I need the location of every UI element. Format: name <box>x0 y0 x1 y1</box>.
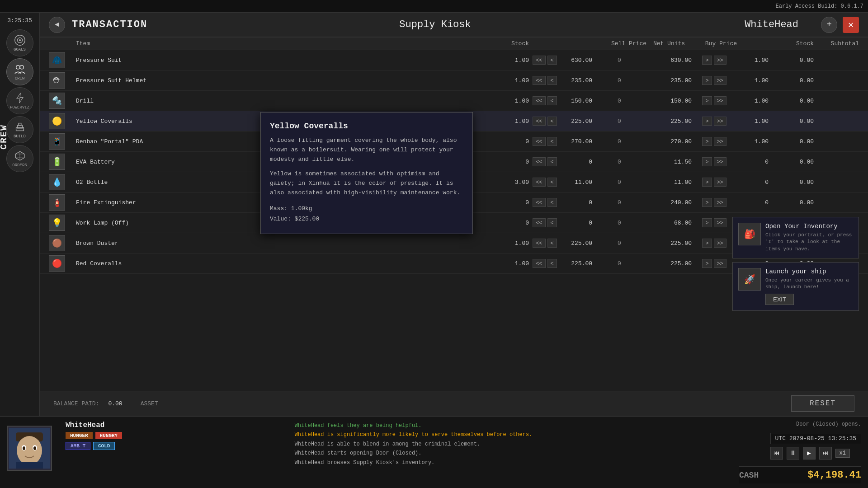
sell-price: 0 <box>561 199 592 206</box>
exit-button[interactable]: EXIT <box>765 294 794 305</box>
sell-dec[interactable]: < <box>547 76 557 85</box>
subtotal: 0.00 <box>769 118 814 125</box>
stock-buy: 1.00 <box>737 98 769 104</box>
stock-sell: 0 <box>484 220 529 226</box>
buy-price: 225.00 <box>646 240 692 247</box>
sell-dec[interactable]: < <box>547 117 557 126</box>
msg-3: WhiteHead is able to blend in among the … <box>295 440 726 449</box>
sidebar-item-goals[interactable]: GOALS <box>6 29 33 56</box>
fast-forward-button[interactable]: ⏭ <box>819 447 832 460</box>
sell-dec-double[interactable]: << <box>533 56 545 65</box>
sell-dec-double[interactable]: << <box>533 117 545 126</box>
sell-decrease-group: << < <box>529 117 561 126</box>
item-icon: 🟤 <box>49 235 65 251</box>
sell-dec[interactable]: < <box>547 137 557 146</box>
sidebar-item-crew[interactable]: CREW <box>6 58 33 85</box>
utc-display: UTC 2079-08-25 13:25:35 <box>770 433 861 444</box>
buy-inc[interactable]: > <box>702 218 712 227</box>
buy-inc[interactable]: > <box>702 259 712 268</box>
buy-increase-group: > >> <box>692 218 737 227</box>
sell-dec[interactable]: < <box>547 198 557 207</box>
table-row[interactable]: 🧥 Pressure Suit 1.00 << < 630.00 0 630.0… <box>40 50 868 70</box>
buy-inc[interactable]: > <box>702 56 712 65</box>
buy-inc-double[interactable]: >> <box>714 56 726 65</box>
sell-dec-double[interactable]: << <box>533 137 545 146</box>
sell-dec-double[interactable]: << <box>533 96 545 105</box>
msg-5: WhiteHead browses Supply Kiosk's invento… <box>295 458 726 467</box>
play-prev-button[interactable]: ⏮ <box>770 447 783 460</box>
stock-buy: 1.00 <box>737 118 769 125</box>
sell-dec[interactable]: < <box>547 96 557 105</box>
sell-dec[interactable]: < <box>547 218 557 227</box>
close-button[interactable]: ✕ <box>843 17 859 33</box>
sell-decrease-group: << < <box>529 259 561 268</box>
panel-title: TRANSACTION <box>72 19 254 30</box>
add-button[interactable]: + <box>821 17 837 33</box>
sell-dec[interactable]: < <box>547 239 557 248</box>
buy-inc[interactable]: > <box>702 76 712 85</box>
buy-inc-double[interactable]: >> <box>714 96 726 105</box>
buy-inc-double[interactable]: >> <box>714 157 726 166</box>
sell-dec[interactable]: < <box>547 157 557 166</box>
net-units: 0 <box>592 98 646 104</box>
reset-button[interactable]: RESET <box>791 395 854 412</box>
subtotal: 0.00 <box>769 199 814 206</box>
play-button[interactable]: ▶ <box>803 447 816 460</box>
sell-dec-double[interactable]: << <box>533 178 545 187</box>
tooltip-desc1: A loose fitting garment covering the who… <box>270 136 463 164</box>
buy-inc-double[interactable]: >> <box>714 178 726 187</box>
buy-price: 240.00 <box>646 199 692 206</box>
sell-price: 235.00 <box>561 77 592 84</box>
buy-inc[interactable]: > <box>702 239 712 248</box>
buy-inc[interactable]: > <box>702 198 712 207</box>
col-stock-buy: Stock <box>769 40 814 47</box>
buy-inc-double[interactable]: >> <box>714 198 726 207</box>
table-row[interactable]: ⛑ Pressure Suit Helmet 1.00 << < 235.00 … <box>40 70 868 91</box>
sell-dec-double[interactable]: << <box>533 198 545 207</box>
buy-inc-double[interactable]: >> <box>714 137 726 146</box>
sell-dec-double[interactable]: << <box>533 259 545 268</box>
buy-increase-group: > >> <box>692 96 737 105</box>
buy-inc[interactable]: > <box>702 137 712 146</box>
col-arrow1 <box>529 40 561 47</box>
net-units: 0 <box>592 138 646 145</box>
tooltip-stats: Mass: 1.00kg Value: $225.00 <box>270 203 463 225</box>
buy-inc[interactable]: > <box>702 157 712 166</box>
stock-buy: 0 <box>737 199 769 206</box>
character-portrait[interactable] <box>7 426 52 471</box>
buy-inc-double[interactable]: >> <box>714 239 726 248</box>
hint-inventory-body: Click your portrait, or press 'I' to tak… <box>765 232 853 253</box>
bottom-bar: WhiteHead HUNGER HUNGRY AMB T COLD White… <box>0 416 868 488</box>
tooltip-popup: Yellow Coveralls A loose fitting garment… <box>260 112 473 234</box>
stock-sell: 0 <box>484 138 529 145</box>
buy-inc-double[interactable]: >> <box>714 259 726 268</box>
svg-point-15 <box>33 446 36 450</box>
back-button[interactable]: ◄ <box>49 17 65 33</box>
buy-inc-double[interactable]: >> <box>714 218 726 227</box>
sidebar-item-powerviz[interactable]: POWERVIZ <box>6 87 33 114</box>
sell-dec[interactable]: < <box>547 178 557 187</box>
buy-price: 630.00 <box>646 57 692 64</box>
sell-dec-double[interactable]: << <box>533 218 545 227</box>
sidebar-item-orders[interactable]: ORDERS <box>6 145 33 172</box>
buy-inc-double[interactable]: >> <box>714 76 726 85</box>
sell-decrease-group: << < <box>529 157 561 166</box>
sell-dec-double[interactable]: << <box>533 157 545 166</box>
right-status: Door (Closed) opens. UTC 2079-08-25 13:2… <box>732 417 868 488</box>
sell-dec[interactable]: < <box>547 259 557 268</box>
buy-inc[interactable]: > <box>702 96 712 105</box>
tooltip-desc2: Yellow is sometimes associated with opti… <box>270 169 463 197</box>
svg-point-14 <box>23 446 25 450</box>
sidebar-item-build[interactable]: BUILD <box>6 116 33 143</box>
sell-dec-double[interactable]: << <box>533 239 545 248</box>
sell-decrease-group: << < <box>529 239 561 248</box>
buy-inc-double[interactable]: >> <box>714 117 726 126</box>
buy-inc[interactable]: > <box>702 117 712 126</box>
table-row[interactable]: 🔩 Drill 1.00 << < 150.00 0 150.00 > >> 1… <box>40 91 868 111</box>
sell-dec[interactable]: < <box>547 56 557 65</box>
buy-inc[interactable]: > <box>702 178 712 187</box>
pause-button[interactable]: ⏸ <box>787 447 799 460</box>
badge-hunger: HUNGER <box>66 432 93 439</box>
subtotal: 0.00 <box>769 77 814 84</box>
sell-dec-double[interactable]: << <box>533 76 545 85</box>
